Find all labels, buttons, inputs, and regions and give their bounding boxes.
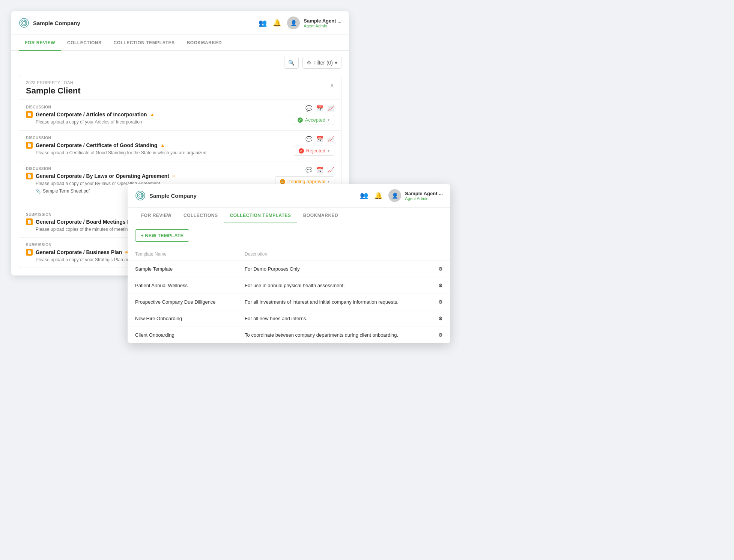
- filter-icon: ⚙: [307, 60, 311, 66]
- doc-file-icon-1: 📄: [26, 111, 33, 118]
- status-accepted-1[interactable]: ✓ Accepted ▾: [293, 115, 334, 125]
- tab-collections-back[interactable]: COLLECTIONS: [61, 35, 108, 51]
- users-icon-front[interactable]: 👥: [360, 191, 368, 200]
- fingerprint-icon: [19, 18, 29, 28]
- filter-button[interactable]: ⚙ Filter (0) ▾: [302, 57, 341, 69]
- bell-icon-front[interactable]: 🔔: [374, 191, 382, 200]
- calendar-icon-2[interactable]: 📅: [316, 136, 323, 143]
- app-name-front: Sample Company: [149, 193, 197, 199]
- header-right-front: 👥 🔔 👤 Sample Agent ... Agent Admin: [360, 189, 443, 202]
- template-name-2: Patient Annual Wellness: [128, 277, 237, 294]
- doc-left-1: DISCUSSION 📄 General Corporate / Article…: [26, 105, 259, 125]
- collapse-icon[interactable]: ∧: [330, 82, 334, 89]
- doc-title-row-1: 📄 General Corporate / Articles of Incorp…: [26, 111, 259, 118]
- chart-icon-1[interactable]: 📈: [327, 105, 334, 112]
- header-back: Sample Company 👥 🔔 👤 Sample Agent ... Ag…: [11, 11, 349, 35]
- status-rejected-2[interactable]: ✕ Rejected ▾: [294, 146, 334, 156]
- doc-row-2: DISCUSSION 📄 General Corporate / Certifi…: [19, 130, 341, 161]
- templates-table: Template Name Description Sample Templat…: [128, 248, 450, 343]
- tab-bookmarked-front[interactable]: BOOKMARKED: [297, 208, 344, 223]
- tab-for-review-back[interactable]: FOR REVIEW: [19, 35, 61, 51]
- doc-file-icon-5: 📄: [26, 249, 33, 256]
- tab-collection-templates-back[interactable]: COLLECTION TEMPLATES: [108, 35, 181, 51]
- collection-label: 2023 Property Loan: [26, 80, 80, 85]
- chat-icon-2[interactable]: 💬: [305, 136, 313, 143]
- col-header-desc: Description: [237, 248, 431, 261]
- search-button[interactable]: 🔍: [284, 57, 299, 69]
- status-chevron-2: ▾: [328, 149, 329, 153]
- users-icon[interactable]: 👥: [259, 19, 267, 27]
- filter-label: Filter (0): [313, 60, 333, 66]
- doc-title-3: General Corporate / By Laws or Operating…: [36, 173, 169, 179]
- user-info-front: Sample Agent ... Agent Admin: [405, 191, 443, 201]
- doc-arrow-icon-1: ▲: [150, 112, 155, 117]
- user-name-back: Sample Agent ...: [304, 18, 341, 24]
- template-row-3: Prospective Company Due Dilligence For a…: [128, 294, 450, 310]
- doc-badge-1: DISCUSSION: [26, 105, 259, 109]
- col-header-name: Template Name: [128, 248, 237, 261]
- template-gear-1[interactable]: ⚙: [431, 261, 450, 277]
- status-label-3: Pending approval: [287, 179, 325, 184]
- template-desc-3: For all investments of interest and init…: [237, 294, 431, 310]
- template-gear-5[interactable]: ⚙: [431, 327, 450, 343]
- tab-collections-front[interactable]: COLLECTIONS: [177, 208, 224, 223]
- chat-icon-3[interactable]: 💬: [305, 167, 313, 173]
- chat-icon-1[interactable]: 💬: [305, 105, 313, 112]
- template-desc-5: To coordinate between company department…: [237, 327, 431, 343]
- template-row-5: Client Onboarding To coordinate between …: [128, 327, 450, 343]
- doc-actions-3: 💬 📅 📈: [305, 167, 334, 173]
- user-section-front: 👤 Sample Agent ... Agent Admin: [388, 189, 443, 202]
- tab-collection-templates-front[interactable]: COLLECTION TEMPLATES: [224, 208, 297, 223]
- svg-point-2: [23, 21, 26, 24]
- svg-point-5: [139, 194, 142, 197]
- template-gear-4[interactable]: ⚙: [431, 310, 450, 327]
- template-name-5: Client Onboarding: [128, 327, 237, 343]
- collection-info: 2023 Property Loan Sample Client: [26, 80, 80, 96]
- doc-right-1: 💬 📅 📈 ✓ Accepted ▾: [259, 105, 334, 125]
- logo-front: Sample Company: [135, 190, 197, 201]
- doc-row-1: DISCUSSION 📄 General Corporate / Article…: [19, 99, 341, 130]
- template-name-1: Sample Template: [128, 261, 237, 277]
- doc-badge-3: DISCUSSION: [26, 167, 259, 171]
- doc-desc-2: Please upload a Certificate of Good Stan…: [36, 150, 259, 155]
- calendar-icon-3[interactable]: 📅: [316, 167, 323, 173]
- doc-badge-2: DISCUSSION: [26, 136, 259, 140]
- template-row-2: Patient Annual Wellness For use in annua…: [128, 277, 450, 294]
- template-name-3: Prospective Company Due Dilligence: [128, 294, 237, 310]
- status-chevron-1: ▾: [328, 118, 329, 122]
- status-dot-1: ✓: [298, 117, 303, 123]
- doc-actions-1: 💬 📅 📈: [305, 105, 334, 112]
- doc-desc-1: Please upload a copy of your Articles of…: [36, 119, 259, 125]
- doc-title-row-2: 📄 General Corporate / Certificate of Goo…: [26, 142, 259, 149]
- doc-right-2: 💬 📅 📈 ✕ Rejected ▾: [259, 136, 334, 156]
- tab-bookmarked-back[interactable]: BOOKMARKED: [181, 35, 228, 51]
- tab-for-review-front[interactable]: FOR REVIEW: [135, 208, 177, 223]
- template-gear-2[interactable]: ⚙: [431, 277, 450, 294]
- template-name-4: New Hire Onboarding: [128, 310, 237, 327]
- doc-file-icon-3: 📄: [26, 173, 33, 179]
- new-template-button[interactable]: + NEW TEMPLATE: [135, 229, 189, 242]
- chart-icon-2[interactable]: 📈: [327, 136, 334, 143]
- user-role-front: Agent Admin: [405, 196, 443, 201]
- collection-header: 2023 Property Loan Sample Client ∧: [19, 75, 341, 99]
- status-dot-2: ✕: [299, 148, 304, 154]
- doc-file-icon-2: 📄: [26, 142, 33, 149]
- nav-tabs-back: FOR REVIEW COLLECTIONS COLLECTION TEMPLA…: [11, 35, 349, 51]
- template-row-1: Sample Template For Demo Purposes Only ⚙: [128, 261, 450, 277]
- nav-tabs-front: FOR REVIEW COLLECTIONS COLLECTION TEMPLA…: [128, 208, 450, 223]
- collection-name: Sample Client: [26, 86, 80, 96]
- logo-back: Sample Company: [19, 18, 80, 28]
- doc-actions-2: 💬 📅 📈: [305, 136, 334, 143]
- status-dot-3: ⏳: [280, 179, 285, 184]
- template-gear-3[interactable]: ⚙: [431, 294, 450, 310]
- user-section-back: 👤 Sample Agent ... Agent Admin: [287, 17, 341, 29]
- attachment-name-3: Sample Term Sheet.pdf: [43, 188, 90, 194]
- doc-eq-icon-3: ≡: [172, 173, 175, 179]
- avatar-back: 👤: [287, 17, 300, 29]
- doc-file-icon-4: 📄: [26, 218, 33, 225]
- bell-icon[interactable]: 🔔: [273, 19, 281, 27]
- doc-arrow-icon-2: ▲: [160, 143, 165, 148]
- calendar-icon-1[interactable]: 📅: [316, 105, 323, 112]
- chart-icon-3[interactable]: 📈: [327, 167, 334, 173]
- status-chevron-3: ▾: [328, 179, 329, 184]
